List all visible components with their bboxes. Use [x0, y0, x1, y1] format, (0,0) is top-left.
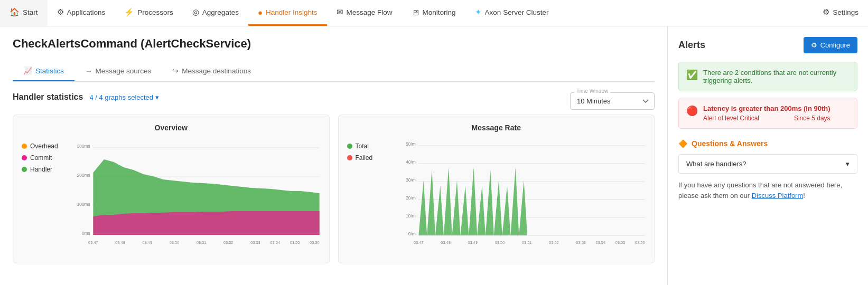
section-title: Handler statistics	[13, 92, 83, 102]
overhead-dot	[22, 144, 27, 149]
success-icon: ✅	[686, 69, 698, 81]
nav-aggregates[interactable]: ◎ Aggregates	[183, 0, 248, 26]
charts-row: Overview Overhead Commit Han	[13, 115, 655, 263]
success-alert-inner: ✅ There are 2 conditions that are not cu…	[686, 69, 850, 84]
svg-text:03:56: 03:56	[310, 240, 320, 245]
svg-text:10/m: 10/m	[406, 213, 416, 218]
qa-section: 🔶 Questions & Answers What are handlers?…	[678, 139, 857, 201]
overview-legend: Overhead Commit Handler	[22, 138, 69, 254]
legend-failed: Failed	[347, 154, 395, 162]
overview-chart-card: Overview Overhead Commit Han	[13, 115, 330, 263]
nav-handler-insights[interactable]: ● Handler Insights	[248, 0, 327, 26]
qa-dropdown[interactable]: What are handlers? ▾	[678, 154, 857, 174]
alerts-title: Alerts	[678, 40, 705, 51]
svg-text:40/m: 40/m	[406, 159, 416, 165]
nav-spacer	[558, 0, 813, 26]
nav-processors[interactable]: ⚡ Processors	[115, 0, 183, 26]
monitoring-icon: 🖥	[412, 8, 419, 17]
top-navigation: 🏠 Start ⚙ Applications ⚡ Processors ◎ Ag…	[0, 0, 868, 26]
svg-marker-9	[93, 211, 319, 235]
right-panel: Alerts ⚙ Configure ✅ There are 2 conditi…	[667, 26, 868, 285]
failed-dot	[347, 155, 352, 160]
svg-text:03:55: 03:55	[290, 240, 300, 245]
svg-text:03:50: 03:50	[494, 240, 505, 245]
svg-marker-32	[418, 167, 645, 235]
error-alert-content: Latency is greater than 200ms (in 90th) …	[703, 104, 830, 122]
handler-insights-icon: ●	[258, 8, 263, 17]
svg-text:03:53: 03:53	[576, 240, 586, 245]
configure-button[interactable]: ⚙ Configure	[804, 37, 857, 53]
processors-icon: ⚡	[124, 7, 134, 17]
overview-chart-area: Overhead Commit Handler	[22, 138, 321, 254]
error-alert-subtitle: Alert of level Critical Since 5 days	[703, 115, 830, 122]
graphs-selected[interactable]: 4 / 4 graphs selected ▾	[89, 93, 159, 101]
aggregates-icon: ◎	[192, 7, 199, 17]
message-destinations-tab-icon: ↪	[172, 66, 179, 75]
qa-dropdown-label: What are handlers?	[686, 160, 746, 168]
handler-label: Handler	[30, 166, 52, 173]
nav-axon-server-cluster[interactable]: ✦ Axon Server Cluster	[465, 0, 558, 26]
svg-text:03:50: 03:50	[170, 240, 180, 245]
axon-icon: ✦	[475, 7, 482, 17]
qa-icon: 🔶	[678, 139, 687, 148]
message-rate-chart-area: Total Failed 50/m 40/m 30/m	[347, 138, 646, 254]
time-window-label: Time Window	[574, 88, 610, 94]
tab-statistics[interactable]: 📈 Statistics	[13, 61, 74, 81]
nav-settings[interactable]: ⚙ Settings	[813, 0, 868, 26]
svg-text:03:54: 03:54	[595, 240, 605, 245]
statistics-tab-icon: 📈	[23, 66, 32, 75]
svg-text:30/m: 30/m	[406, 177, 416, 183]
total-dot	[347, 144, 352, 149]
error-icon: 🔴	[686, 105, 698, 117]
qa-header-text: Questions & Answers	[692, 139, 768, 148]
charts-controls: Handler statistics 4 / 4 graphs selected…	[13, 92, 655, 110]
tabs-bar: 📈 Statistics → Message sources ↪ Message…	[13, 61, 655, 82]
svg-text:100ms: 100ms	[77, 202, 91, 207]
svg-text:03:52: 03:52	[549, 240, 559, 245]
error-alert-title: Latency is greater than 200ms (in 90th)	[703, 104, 830, 112]
svg-text:03:54: 03:54	[270, 240, 281, 245]
svg-text:0ms: 0ms	[82, 231, 90, 236]
success-alert-card: ✅ There are 2 conditions that are not cu…	[678, 62, 857, 91]
message-rate-legend: Total Failed	[347, 138, 395, 254]
tab-message-destinations[interactable]: ↪ Message destinations	[162, 61, 262, 81]
handler-dot	[22, 167, 27, 172]
svg-text:03:48: 03:48	[441, 240, 451, 245]
svg-text:03:52: 03:52	[223, 240, 234, 245]
svg-text:20/m: 20/m	[406, 195, 416, 201]
svg-text:03:47: 03:47	[88, 240, 98, 245]
legend-handler: Handler	[22, 166, 69, 173]
message-rate-svg: 50/m 40/m 30/m 20/m 10/m 0/m	[400, 138, 646, 254]
page-title: CheckAlertsCommand (AlertCheckService)	[13, 37, 655, 51]
message-rate-chart-title: Message Rate	[347, 124, 646, 132]
tab-message-sources[interactable]: → Message sources	[74, 61, 162, 81]
discuss-platform-link[interactable]: Discuss Platform	[752, 192, 804, 200]
nav-start[interactable]: 🏠 Start	[0, 0, 48, 26]
svg-text:300ms: 300ms	[77, 144, 91, 149]
alerts-header: Alerts ⚙ Configure	[678, 37, 857, 53]
main-content: CheckAlertsCommand (AlertCheckService) 📈…	[0, 26, 667, 285]
svg-text:03:51: 03:51	[197, 240, 207, 245]
page-wrapper: CheckAlertsCommand (AlertCheckService) 📈…	[0, 26, 868, 285]
nav-monitoring[interactable]: 🖥 Monitoring	[402, 0, 465, 26]
svg-text:0/m: 0/m	[408, 231, 415, 236]
home-icon: 🏠	[10, 7, 20, 17]
message-rate-chart-card: Message Rate Total Failed	[338, 115, 655, 263]
overview-chart-title: Overview	[22, 124, 321, 132]
message-sources-tab-icon: →	[85, 67, 92, 75]
time-window-select[interactable]: 10 Minutes 1 Minute 5 Minutes 30 Minutes…	[570, 92, 655, 110]
error-alert-card: 🔴 Latency is greater than 200ms (in 90th…	[678, 98, 857, 129]
svg-text:03:51: 03:51	[521, 240, 531, 245]
overview-svg-wrapper: 300ms 200ms 100ms 0ms	[74, 138, 321, 254]
nav-message-flow[interactable]: ✉ Message Flow	[327, 0, 402, 26]
nav-applications[interactable]: ⚙ Applications	[48, 0, 115, 26]
error-alert-inner: 🔴 Latency is greater than 200ms (in 90th…	[686, 104, 850, 122]
message-rate-svg-wrapper: 50/m 40/m 30/m 20/m 10/m 0/m	[400, 138, 646, 254]
svg-text:03:49: 03:49	[468, 240, 478, 245]
success-alert-text: There are 2 conditions that are not curr…	[703, 69, 850, 84]
legend-overhead: Overhead	[22, 142, 69, 150]
commit-label: Commit	[30, 154, 52, 162]
settings-icon: ⚙	[823, 7, 829, 17]
svg-text:03:55: 03:55	[615, 240, 625, 245]
applications-icon: ⚙	[57, 7, 64, 17]
